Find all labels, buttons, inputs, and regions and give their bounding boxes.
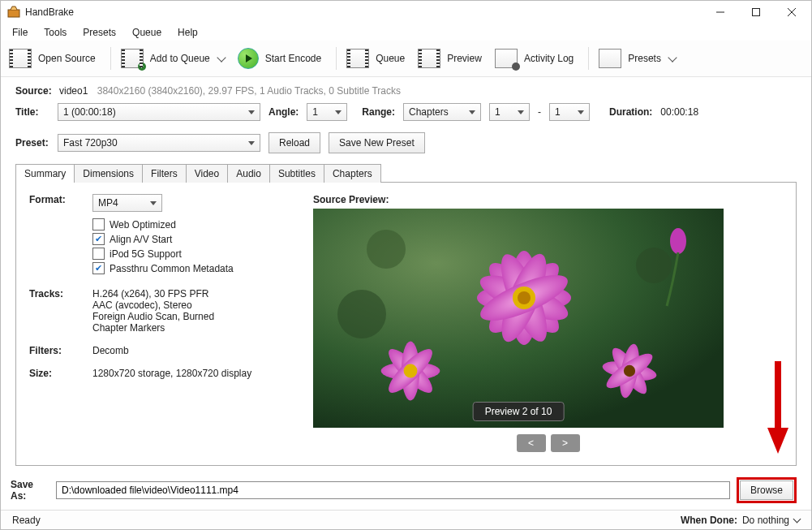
preview-label: Preview xyxy=(447,53,482,64)
chevron-down-icon xyxy=(793,515,801,524)
film-plus-icon: + xyxy=(121,49,144,68)
size-label: Size: xyxy=(29,368,92,379)
track-line: AAC (avcodec), Stereo xyxy=(92,299,214,311)
preset-select[interactable]: Fast 720p30 xyxy=(58,134,260,152)
start-encode-button[interactable]: Start Encode xyxy=(236,46,328,71)
preview-image xyxy=(313,209,724,428)
track-line: Chapter Markers xyxy=(92,322,214,334)
svg-point-6 xyxy=(367,230,406,269)
angle-select[interactable]: 1 xyxy=(307,103,347,121)
range-label: Range: xyxy=(362,106,395,118)
svg-point-23 xyxy=(404,364,418,378)
status-bar: Ready When Done: Do nothing xyxy=(1,510,811,529)
preview-next-button[interactable]: > xyxy=(551,434,580,452)
start-encode-label: Start Encode xyxy=(265,53,321,64)
svg-point-7 xyxy=(337,290,386,338)
titlebar: HandBrake xyxy=(1,1,811,24)
svg-rect-2 xyxy=(753,9,760,16)
duration-label: Duration: xyxy=(609,106,652,118)
film-icon xyxy=(9,49,32,68)
source-preview[interactable]: Preview 2 of 10 xyxy=(313,209,724,428)
app-window: HandBrake File Tools Presets Queue Help … xyxy=(0,0,812,530)
menu-tools[interactable]: Tools xyxy=(37,25,73,40)
preview-icon xyxy=(418,49,440,68)
summary-right: Source Preview: xyxy=(313,194,783,452)
source-label: Source: xyxy=(15,85,52,97)
add-to-queue-button[interactable]: + Add to Queue xyxy=(119,47,231,70)
chapter-from-select[interactable]: 1 xyxy=(489,103,530,121)
when-done-label: When Done: xyxy=(681,515,737,526)
title-row: Title: 1 (00:00:18) Angle: 1 Range: Chap… xyxy=(1,98,811,126)
duration-value: 00:00:18 xyxy=(660,106,698,118)
when-done[interactable]: When Done: Do nothing xyxy=(681,515,800,526)
tab-filters[interactable]: Filters xyxy=(142,164,187,183)
tab-subtitles[interactable]: Subtitles xyxy=(269,164,324,183)
title-label: Title: xyxy=(15,106,49,118)
save-as-row: Save As: Browse xyxy=(1,466,811,510)
browse-button[interactable]: Browse xyxy=(740,480,793,500)
close-button[interactable] xyxy=(774,1,810,24)
save-as-input[interactable] xyxy=(56,481,730,499)
when-done-value: Do nothing xyxy=(742,515,789,526)
log-icon xyxy=(495,49,518,68)
app-title: HandBrake xyxy=(25,6,74,18)
play-icon xyxy=(238,48,259,69)
preview-label: Source Preview: xyxy=(313,194,783,205)
presets-label: Presets xyxy=(628,53,661,64)
svg-rect-0 xyxy=(8,10,19,17)
web-optimized-checkbox[interactable]: Web Optimized xyxy=(92,218,234,231)
range-dash: - xyxy=(538,106,541,118)
passthru-checkbox[interactable]: Passthru Common Metadata xyxy=(92,262,234,274)
format-label: Format: xyxy=(29,194,92,277)
menu-help[interactable]: Help xyxy=(171,25,204,40)
svg-point-29 xyxy=(670,228,686,254)
chevron-down-icon xyxy=(217,54,226,62)
presets-icon xyxy=(599,49,621,68)
svg-point-18 xyxy=(518,291,531,304)
range-type-select[interactable]: Chapters xyxy=(403,103,481,121)
menu-presets[interactable]: Presets xyxy=(76,25,122,40)
queue-icon xyxy=(346,49,369,68)
activity-log-button[interactable]: Activity Log xyxy=(493,47,580,70)
tab-chapters[interactable]: Chapters xyxy=(324,164,381,183)
save-as-label: Save As: xyxy=(11,479,49,502)
tracks-label: Tracks: xyxy=(29,288,92,334)
preset-label: Preset: xyxy=(15,137,49,149)
tab-summary[interactable]: Summary xyxy=(15,164,75,183)
tab-audio[interactable]: Audio xyxy=(227,164,270,183)
format-select[interactable]: MP4 xyxy=(92,194,162,212)
preview-prev-button[interactable]: < xyxy=(517,434,546,452)
open-source-button[interactable]: Open Source xyxy=(7,47,102,70)
svg-point-8 xyxy=(636,248,672,283)
filters-value: Decomb xyxy=(92,345,129,356)
open-source-label: Open Source xyxy=(38,53,96,64)
chapter-to-select[interactable]: 1 xyxy=(549,103,590,121)
reload-button[interactable]: Reload xyxy=(269,132,320,153)
preview-counter: Preview 2 of 10 xyxy=(473,402,565,421)
app-icon xyxy=(7,6,20,19)
save-new-preset-button[interactable]: Save New Preset xyxy=(329,132,425,153)
preview-nav: < > xyxy=(313,434,783,452)
source-name: video1 xyxy=(59,85,88,97)
summary-left: Format: MP4 Web Optimized Align A/V Star… xyxy=(29,194,289,452)
minimize-button[interactable] xyxy=(702,1,738,24)
source-row: Source: video1 3840x2160 (3840x2160), 29… xyxy=(1,77,811,98)
ipod-checkbox[interactable]: iPod 5G Support xyxy=(92,248,234,260)
presets-button[interactable]: Presets xyxy=(597,47,682,70)
tab-body: Format: MP4 Web Optimized Align A/V Star… xyxy=(15,182,797,466)
title-select[interactable]: 1 (00:00:18) xyxy=(58,103,260,121)
menu-file[interactable]: File xyxy=(6,25,34,40)
preview-button[interactable]: Preview xyxy=(416,47,488,70)
activity-log-label: Activity Log xyxy=(524,53,574,64)
tab-video[interactable]: Video xyxy=(186,164,228,183)
toolbar: Open Source + Add to Queue Start Encode … xyxy=(1,41,811,77)
filters-label: Filters: xyxy=(29,345,92,356)
tabs-container: Summary Dimensions Filters Video Audio S… xyxy=(1,163,811,466)
maximize-button[interactable] xyxy=(738,1,774,24)
chevron-down-icon xyxy=(668,54,677,62)
menu-queue[interactable]: Queue xyxy=(126,25,168,40)
browse-highlight: Browse xyxy=(737,477,797,503)
align-av-checkbox[interactable]: Align A/V Start xyxy=(92,233,234,245)
queue-button[interactable]: Queue xyxy=(345,47,411,70)
tab-dimensions[interactable]: Dimensions xyxy=(74,164,143,183)
